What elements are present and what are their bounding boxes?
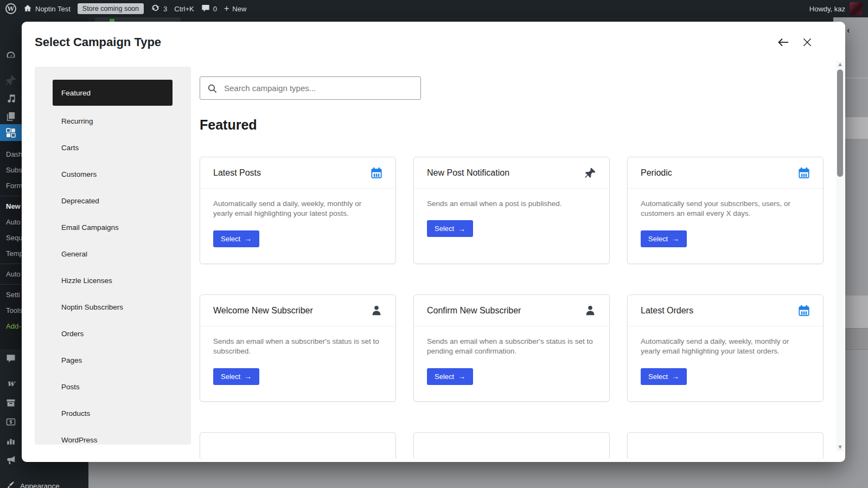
category-item-email-campaigns[interactable]: Email Campaigns	[35, 214, 191, 241]
card-title: Welcome New Subscriber	[213, 306, 313, 316]
svg-text:$: $	[9, 419, 12, 425]
woocommerce-icon: w	[5, 379, 17, 388]
select-button[interactable]: Select→	[213, 368, 259, 385]
category-item-hizzle-licenses[interactable]: Hizzle Licenses	[35, 267, 191, 294]
category-item-featured[interactable]: Featured	[53, 80, 173, 106]
new-content-link[interactable]: + New	[224, 4, 246, 13]
site-name: Noptin Test	[35, 5, 71, 13]
sidebar-item-appearance[interactable]: Appearance	[0, 476, 88, 488]
background-remnant	[845, 117, 868, 139]
wordpress-logo-icon[interactable]: W	[5, 3, 16, 14]
comment-bubble-icon	[201, 4, 210, 14]
close-button[interactable]	[800, 36, 815, 51]
card-title: Periodic	[641, 168, 672, 178]
comments-icon	[5, 354, 17, 363]
card-description: Sends an email when a post is published.	[427, 199, 596, 209]
category-item-wordpress[interactable]: WordPress	[35, 427, 191, 445]
campaign-card-partial	[200, 432, 396, 458]
category-item-general[interactable]: General	[35, 241, 191, 267]
select-campaign-type-modal: Select Campaign Type FeaturedRecurringCa…	[22, 22, 845, 462]
card-body: Sends an email when a post is published.…	[414, 189, 609, 237]
comment-count: 0	[213, 5, 217, 13]
category-item-noptin-subscribers[interactable]: Noptin Subscribers	[35, 294, 191, 320]
pushpin-icon	[584, 167, 596, 179]
card-description: Sends an email when a subscriber's statu…	[213, 337, 382, 357]
card-title: Confirm New Subscriber	[427, 306, 521, 316]
card-title: New Post Notification	[427, 168, 509, 178]
user-avatar[interactable]	[850, 2, 863, 15]
category-item-customers[interactable]: Customers	[35, 161, 191, 188]
category-item-deprecated[interactable]: Deprecated	[35, 188, 191, 214]
scrollbar-up-icon[interactable]: ▲	[836, 62, 844, 67]
select-button[interactable]: Select→	[641, 230, 687, 247]
card-body: Sends an email when a subscriber's statu…	[200, 326, 395, 385]
category-item-products[interactable]: Products	[35, 400, 191, 427]
person-icon	[584, 305, 596, 317]
campaign-card-partial	[627, 432, 824, 458]
card-header: New Post Notification	[414, 157, 609, 189]
arrow-right-icon: →	[458, 373, 465, 380]
select-button[interactable]: Select→	[427, 220, 473, 237]
analytics-icon	[5, 436, 17, 446]
campaign-card: Welcome New Subscriber Sends an email wh…	[200, 294, 396, 402]
person-icon	[371, 305, 382, 317]
update-icon	[151, 3, 160, 14]
new-label: New	[232, 5, 246, 13]
store-coming-soon-badge[interactable]: Store coming soon	[78, 3, 144, 14]
card-body: Automatically send your subscribers, use…	[628, 189, 823, 247]
back-button[interactable]	[776, 36, 791, 51]
card-header: Welcome New Subscriber	[200, 295, 395, 326]
campaign-card: Latest Posts Automatically send a daily,…	[200, 157, 396, 264]
site-name-link[interactable]: Noptin Test	[23, 4, 71, 14]
collapse-arrow-icon[interactable]: ‹	[847, 25, 850, 35]
close-icon	[802, 37, 813, 50]
background-remnant	[88, 17, 833, 22]
howdy-greeting[interactable]: Howdy, kaz	[809, 5, 845, 13]
scrollbar-down-icon[interactable]: ▼	[836, 445, 844, 450]
back-arrow-icon	[777, 36, 790, 51]
card-title: Latest Orders	[641, 306, 693, 316]
campaign-card: New Post Notification Sends an email whe…	[413, 157, 610, 264]
updates-link[interactable]: 3	[151, 3, 167, 14]
category-item-pages[interactable]: Pages	[35, 347, 191, 374]
card-title: Latest Posts	[213, 168, 261, 178]
comments-link[interactable]: 0	[201, 4, 217, 14]
campaign-card-partial	[413, 432, 610, 458]
scrollbar-thumb[interactable]	[837, 69, 843, 177]
select-button[interactable]: Select→	[641, 368, 687, 385]
category-item-orders[interactable]: Orders	[35, 320, 191, 347]
dashboard-icon	[5, 50, 17, 61]
campaign-card: Latest Orders Automatically send a daily…	[627, 294, 824, 402]
campaign-card: Periodic Automatically send your subscri…	[627, 157, 824, 264]
home-icon	[23, 4, 32, 14]
pushpin-icon	[5, 74, 17, 86]
category-item-posts[interactable]: Posts	[35, 374, 191, 400]
card-description: Sends an email when a subscriber's statu…	[427, 337, 596, 357]
payments-icon: $	[5, 417, 17, 427]
search-input[interactable]	[200, 77, 420, 99]
category-item-recurring[interactable]: Recurring	[35, 108, 191, 134]
select-label: Select	[648, 373, 668, 381]
background-remnant	[95, 17, 181, 22]
category-item-carts[interactable]: Carts	[35, 134, 191, 161]
card-body: Sends an email when a subscriber's statu…	[414, 326, 609, 385]
select-button[interactable]: Select→	[213, 230, 259, 247]
select-label: Select	[221, 235, 240, 243]
megaphone-icon	[5, 455, 17, 465]
select-button[interactable]: Select→	[427, 368, 473, 385]
update-count: 3	[163, 5, 167, 13]
campaign-grid: Latest Posts Automatically send a daily,…	[200, 157, 824, 458]
arrow-right-icon: →	[458, 225, 465, 233]
select-label: Select	[435, 373, 454, 381]
calendar-icon	[798, 167, 810, 179]
arrow-right-icon: →	[244, 373, 252, 380]
select-label: Select	[435, 224, 454, 233]
arrow-right-icon: →	[672, 235, 679, 242]
section-heading: Featured	[200, 117, 257, 133]
command-palette-shortcut[interactable]: Ctrl+K	[174, 5, 194, 13]
campaign-card: Confirm New Subscriber Sends an email wh…	[413, 294, 610, 402]
arrow-right-icon: →	[244, 235, 252, 242]
noptin-icon	[5, 127, 17, 138]
appearance-label: Appearance	[20, 482, 60, 488]
card-header: Confirm New Subscriber	[414, 295, 609, 326]
